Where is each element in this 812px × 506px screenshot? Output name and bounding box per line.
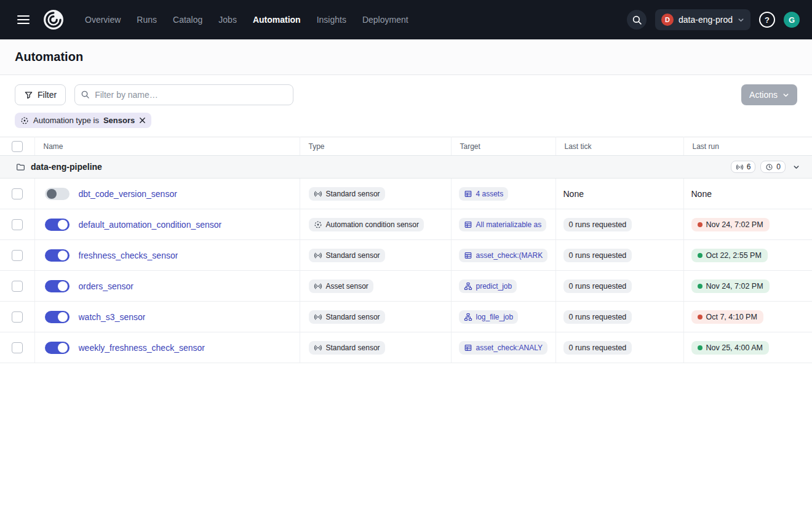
nav-item-jobs[interactable]: Jobs: [218, 15, 237, 25]
row-checkbox[interactable]: [12, 188, 23, 199]
sensor-name-link[interactable]: default_automation_condition_sensor: [79, 220, 222, 230]
sensor-name-link[interactable]: orders_sensor: [79, 281, 134, 291]
sensor-toggle[interactable]: [45, 188, 70, 200]
sensor-type-tag: Standard sensor: [309, 341, 385, 355]
sensor-row: dbt_code_version_sensor Standard sensor: [0, 179, 812, 209]
sensors-count-badge: 6: [731, 161, 756, 173]
sensor-signal-icon: [314, 343, 322, 352]
sensor-type-label: Standard sensor: [326, 251, 380, 260]
target-label: log_file_job: [476, 313, 514, 321]
sensor-row: watch_s3_sensor Standard sensor: [0, 302, 812, 332]
hamburger-menu-icon[interactable]: [12, 9, 34, 31]
column-header-name: Name: [34, 137, 300, 156]
search-input[interactable]: [74, 84, 293, 105]
select-all-checkbox[interactable]: [12, 141, 23, 152]
sensor-type-tag: Automation condition sensor: [309, 218, 424, 231]
filter-chip-automation-type[interactable]: Automation type is Sensors: [15, 113, 151, 128]
sensor-signal-icon: [314, 313, 322, 321]
target-tag[interactable]: asset_check:ANALY: [459, 341, 548, 355]
sensor-toggle[interactable]: [45, 219, 70, 231]
target-label: asset_check:ANALY: [476, 343, 543, 352]
nav-item-runs[interactable]: Runs: [137, 15, 157, 25]
schedules-count-badge: 0: [760, 161, 786, 173]
sensor-toggle[interactable]: [45, 342, 70, 354]
sensor-signal-icon: [314, 190, 322, 198]
last-run-value: Nov 24, 7:02 PM: [706, 220, 763, 229]
sensor-name-link[interactable]: dbt_code_version_sensor: [79, 189, 177, 199]
sensor-toggle[interactable]: [45, 311, 70, 323]
code-location-name: data-eng-pipeline: [31, 162, 102, 172]
target-label: predict_job: [476, 282, 512, 291]
sensor-type-tag: Asset sensor: [309, 279, 373, 293]
sensor-name-link[interactable]: watch_s3_sensor: [79, 312, 146, 322]
help-icon[interactable]: ?: [759, 12, 775, 28]
search-icon[interactable]: [627, 10, 647, 30]
row-checkbox[interactable]: [12, 311, 23, 323]
actions-button[interactable]: Actions: [741, 84, 797, 105]
filter-button[interactable]: Filter: [15, 84, 66, 105]
sensor-type-label: Automation condition sensor: [326, 220, 419, 229]
collapse-group-icon[interactable]: [790, 161, 802, 173]
target-label: 4 assets: [476, 190, 504, 198]
target-tag[interactable]: 4 assets: [459, 187, 509, 201]
sensor-row: default_automation_condition_sensor Auto…: [0, 209, 812, 240]
sensor-toggle[interactable]: [45, 280, 70, 292]
last-run-status-tag[interactable]: Oct 22, 2:55 PM: [691, 249, 768, 262]
nav-item-deployment[interactable]: Deployment: [362, 15, 408, 25]
filter-chip-value: Sensors: [103, 116, 135, 125]
run-status-dot-icon: [698, 284, 703, 289]
sensor-type-label: Standard sensor: [326, 190, 380, 198]
sensor-signal-icon: [736, 163, 744, 171]
search-icon: [81, 90, 90, 99]
last-tick-value: 0 runs requested: [563, 279, 632, 293]
nav-item-overview[interactable]: Overview: [85, 15, 121, 25]
target-tag[interactable]: asset_check:(MARK: [459, 249, 548, 262]
column-header-last-tick: Last tick: [555, 137, 683, 156]
asset-icon: [464, 190, 472, 198]
sensor-toggle[interactable]: [45, 249, 70, 262]
last-run-status-tag[interactable]: None: [691, 189, 712, 199]
asset-icon: [464, 343, 472, 352]
nav-item-catalog[interactable]: Catalog: [173, 15, 202, 25]
deployment-switcher[interactable]: D data-eng-prod: [655, 9, 750, 30]
actions-button-label: Actions: [749, 90, 778, 100]
toolbar: Filter Actions: [0, 75, 812, 112]
target-label: All materializable as: [476, 220, 542, 229]
last-tick-value: 0 runs requested: [563, 249, 632, 262]
automation-condition-icon: [314, 220, 322, 229]
nav-item-automation[interactable]: Automation: [253, 15, 301, 25]
nav-item-insights[interactable]: Insights: [317, 15, 346, 25]
sensor-name-link[interactable]: weekly_freshness_check_sensor: [79, 343, 205, 353]
deployment-badge: D: [661, 14, 674, 26]
last-run-value: None: [691, 189, 712, 199]
row-checkbox[interactable]: [12, 342, 23, 353]
code-location-group-row: data-eng-pipeline 6 0: [0, 156, 812, 179]
folder-icon: [16, 163, 25, 172]
sensor-type-label: Standard sensor: [326, 313, 380, 321]
run-status-dot-icon: [698, 253, 703, 258]
dagster-logo[interactable]: [42, 8, 65, 31]
target-tag[interactable]: All materializable as: [459, 218, 547, 231]
automation-type-icon: [20, 116, 29, 125]
last-run-status-tag[interactable]: Nov 24, 7:02 PM: [691, 218, 770, 231]
target-tag[interactable]: predict_job: [459, 279, 517, 293]
sensor-type-tag: Standard sensor: [309, 187, 385, 201]
user-avatar[interactable]: G: [784, 12, 800, 28]
main-nav: Overview Runs Catalog Jobs Automation In…: [85, 15, 408, 25]
row-checkbox[interactable]: [12, 219, 23, 230]
sensor-type-label: Asset sensor: [326, 282, 368, 291]
chevron-down-icon: [782, 92, 789, 98]
target-label: asset_check:(MARK: [476, 251, 543, 260]
close-icon[interactable]: [139, 117, 146, 124]
last-run-status-tag[interactable]: Nov 24, 7:02 PM: [691, 279, 770, 293]
sensor-signal-icon: [314, 251, 322, 260]
last-run-status-tag[interactable]: Oct 7, 4:10 PM: [691, 310, 763, 324]
last-tick-value: 0 runs requested: [563, 341, 632, 355]
filter-chip-label: Automation type is: [33, 116, 99, 125]
sensor-row: weekly_freshness_check_sensor Standard s…: [0, 332, 812, 363]
last-run-status-tag[interactable]: Nov 25, 4:00 AM: [691, 341, 769, 355]
row-checkbox[interactable]: [12, 250, 23, 261]
target-tag[interactable]: log_file_job: [459, 310, 519, 324]
sensor-name-link[interactable]: freshness_checks_sensor: [79, 251, 178, 260]
row-checkbox[interactable]: [12, 281, 23, 292]
